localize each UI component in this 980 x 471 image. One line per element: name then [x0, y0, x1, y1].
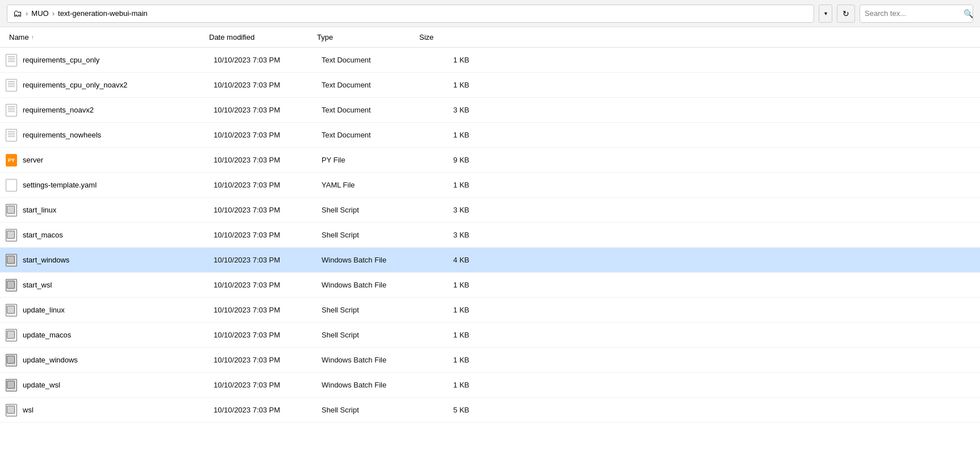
search-box[interactable]: 🔍	[860, 5, 973, 23]
file-icon-cell	[5, 228, 18, 242]
table-row[interactable]: requirements_cpu_only 10/10/2023 7:03 PM…	[0, 48, 980, 73]
search-input[interactable]	[865, 9, 960, 18]
file-date: 10/10/2023 7:03 PM	[214, 181, 322, 189]
file-name: start_wsl	[23, 281, 214, 289]
file-name: settings-template.yaml	[23, 181, 214, 189]
file-name: requirements_nowheels	[23, 131, 214, 139]
refresh-icon: ↻	[843, 9, 849, 18]
table-row[interactable]: PY server 10/10/2023 7:03 PM PY File 9 K…	[0, 148, 980, 173]
column-name-header[interactable]: Name ↑	[5, 33, 209, 41]
address-path[interactable]: 🗂 › MUO › text-generation-webui-main	[7, 5, 814, 23]
table-row[interactable]: requirements_nowheels 10/10/2023 7:03 PM…	[0, 123, 980, 148]
file-name: server	[23, 156, 214, 164]
table-row[interactable]: update_macos 10/10/2023 7:03 PM Shell Sc…	[0, 323, 980, 348]
batch-file-icon	[6, 379, 17, 391]
file-date: 10/10/2023 7:03 PM	[214, 206, 322, 214]
file-name: update_macos	[23, 331, 214, 339]
file-icon-cell	[5, 403, 18, 417]
text-file-icon	[6, 104, 17, 116]
file-icon-cell	[5, 178, 18, 192]
file-date: 10/10/2023 7:03 PM	[214, 106, 322, 114]
file-icon-cell	[5, 53, 18, 67]
file-date: 10/10/2023 7:03 PM	[214, 256, 322, 264]
table-row[interactable]: update_linux 10/10/2023 7:03 PM Shell Sc…	[0, 298, 980, 323]
table-row[interactable]: update_windows 10/10/2023 7:03 PM Window…	[0, 348, 980, 373]
file-date: 10/10/2023 7:03 PM	[214, 131, 322, 139]
shell-file-icon	[6, 229, 17, 241]
text-file-icon	[6, 54, 17, 66]
file-name: update_linux	[23, 306, 214, 314]
file-icon-cell	[5, 328, 18, 342]
text-file-icon	[6, 129, 17, 141]
file-date: 10/10/2023 7:03 PM	[214, 81, 322, 89]
file-type: Shell Script	[322, 231, 424, 239]
file-type: Text Document	[322, 56, 424, 64]
file-size: 3 KB	[424, 231, 481, 239]
file-date: 10/10/2023 7:03 PM	[214, 381, 322, 389]
file-type: Windows Batch File	[322, 256, 424, 264]
address-dropdown-button[interactable]: ▾	[819, 5, 832, 23]
shell-file-icon	[6, 304, 17, 316]
file-date: 10/10/2023 7:03 PM	[214, 306, 322, 314]
file-type: Text Document	[322, 81, 424, 89]
dropdown-chevron-icon: ▾	[824, 10, 827, 16]
file-date: 10/10/2023 7:03 PM	[214, 281, 322, 289]
column-date-header[interactable]: Date modified	[209, 33, 317, 41]
file-name: start_macos	[23, 231, 214, 239]
file-type: Windows Batch File	[322, 356, 424, 364]
file-type: Shell Script	[322, 406, 424, 414]
file-icon-cell	[5, 278, 18, 292]
path-separator-1: ›	[26, 9, 28, 18]
file-size: 3 KB	[424, 106, 481, 114]
file-name: wsl	[23, 406, 214, 414]
search-icon: 🔍	[964, 9, 973, 18]
table-row[interactable]: update_wsl 10/10/2023 7:03 PM Windows Ba…	[0, 373, 980, 398]
refresh-button[interactable]: ↻	[837, 5, 855, 23]
file-size: 4 KB	[424, 256, 481, 264]
file-size: 1 KB	[424, 356, 481, 364]
table-row[interactable]: requirements_noavx2 10/10/2023 7:03 PM T…	[0, 98, 980, 123]
file-name: update_windows	[23, 356, 214, 364]
file-type: Shell Script	[322, 306, 424, 314]
table-row[interactable]: start_linux 10/10/2023 7:03 PM Shell Scr…	[0, 198, 980, 223]
file-name: requirements_cpu_only	[23, 56, 214, 64]
path-part-folder: text-generation-webui-main	[58, 9, 148, 18]
shell-file-icon	[6, 404, 17, 416]
file-date: 10/10/2023 7:03 PM	[214, 231, 322, 239]
table-row[interactable]: start_macos 10/10/2023 7:03 PM Shell Scr…	[0, 223, 980, 248]
table-row[interactable]: start_wsl 10/10/2023 7:03 PM Windows Bat…	[0, 273, 980, 298]
file-type: Text Document	[322, 131, 424, 139]
address-bar: 🗂 › MUO › text-generation-webui-main ▾ ↻…	[0, 0, 980, 27]
file-icon-cell	[5, 103, 18, 117]
file-icon-cell	[5, 203, 18, 217]
file-icon-cell	[5, 78, 18, 92]
table-row[interactable]: start_windows 10/10/2023 7:03 PM Windows…	[0, 248, 980, 273]
path-part-muo: MUO	[31, 9, 48, 18]
file-size: 1 KB	[424, 281, 481, 289]
table-row[interactable]: requirements_cpu_only_noavx2 10/10/2023 …	[0, 73, 980, 98]
file-size: 1 KB	[424, 181, 481, 189]
file-name: start_linux	[23, 206, 214, 214]
column-size-header[interactable]: Size	[419, 33, 476, 41]
file-size: 5 KB	[424, 406, 481, 414]
table-row[interactable]: settings-template.yaml 10/10/2023 7:03 P…	[0, 173, 980, 198]
file-name: requirements_noavx2	[23, 106, 214, 114]
batch-file-icon	[6, 354, 17, 366]
batch-file-icon	[6, 254, 17, 266]
file-size: 3 KB	[424, 206, 481, 214]
file-icon-cell	[5, 353, 18, 367]
batch-file-icon	[6, 279, 17, 291]
file-icon-cell	[5, 378, 18, 392]
shell-file-icon	[6, 204, 17, 216]
file-type: Text Document	[322, 106, 424, 114]
file-size: 1 KB	[424, 306, 481, 314]
file-date: 10/10/2023 7:03 PM	[214, 406, 322, 414]
table-row[interactable]: wsl 10/10/2023 7:03 PM Shell Script 5 KB	[0, 398, 980, 423]
sort-arrow-icon: ↑	[31, 34, 34, 40]
column-type-header[interactable]: Type	[317, 33, 419, 41]
column-headers: Name ↑ Date modified Type Size	[0, 27, 980, 48]
file-size: 1 KB	[424, 381, 481, 389]
shell-file-icon	[6, 329, 17, 341]
file-size: 1 KB	[424, 131, 481, 139]
file-icon-cell	[5, 128, 18, 142]
